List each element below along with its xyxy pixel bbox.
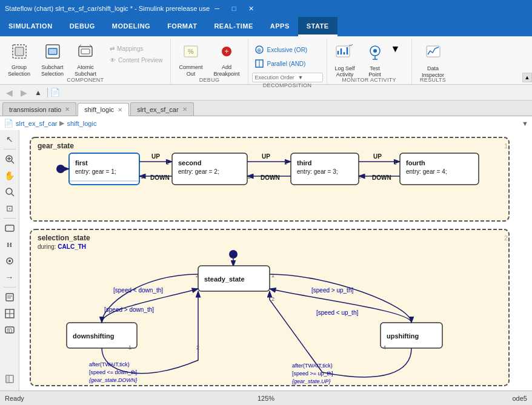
exclusive-or-button[interactable]: ⊕ Exclusive (OR) — [252, 44, 323, 56]
app-title: Stateflow (chart) slrt_ex_sf_car/shift_l… — [5, 5, 210, 12]
group-selection-button[interactable]: GroupSelection — [4, 41, 35, 74]
data-inspector-button[interactable]: DataInspector — [417, 41, 448, 74]
t-num-3: 1 — [284, 160, 287, 166]
svg-point-34 — [8, 260, 11, 262]
third-to-fourth-down-label: DOWN — [372, 174, 391, 181]
menu-simulation[interactable]: SIMULATION — [0, 17, 61, 36]
menu-modeling[interactable]: MODELING — [104, 17, 159, 36]
after-twait-up-1: after(TWAIT,tick) — [292, 363, 333, 369]
svg-rect-1 — [15, 47, 24, 56]
svg-line-31 — [12, 194, 14, 196]
pathbar-sep: ▶ — [59, 119, 64, 127]
tool-select[interactable]: ↖ — [2, 131, 18, 147]
speed-down-th-label: [speed < down_th] — [113, 287, 163, 294]
menubar: SIMULATION DEBUG MODELING FORMAT REAL-TI… — [0, 17, 532, 36]
after-twait-down-2: [speed <= down_th] — [89, 369, 137, 375]
svg-rect-44 — [6, 375, 9, 383]
tool-history-junction[interactable]: H — [2, 237, 18, 252]
tool-state[interactable] — [2, 220, 18, 236]
ribbon-group-results: DataInspector RESULTS — [412, 39, 454, 84]
ribbon-group-decomposition: ⊕ Exclusive (OR) Parallel (AND) Executio… — [248, 39, 327, 84]
tool-pan[interactable]: ✋ — [2, 168, 18, 183]
tab-bar: transmission ratio ✕ shift_logic ✕ slrt_… — [0, 100, 532, 116]
gear-state-label: gear_state — [38, 142, 74, 150]
menu-state[interactable]: STATE — [298, 17, 337, 36]
tool-fit[interactable]: ⊡ — [2, 200, 18, 216]
selection-state-init-dot — [229, 250, 238, 258]
t-num-s1: 2 — [196, 272, 199, 278]
speed-up-th-label: [speed > up_th] — [311, 287, 353, 294]
canvas[interactable]: gear_state 1 selection_state during: CAL… — [19, 130, 532, 390]
menu-debug[interactable]: DEBUG — [61, 17, 104, 36]
pathbar-root-icon: 📄 — [4, 119, 13, 128]
tool-zoom-region[interactable] — [2, 184, 18, 200]
parallel-and-button[interactable]: Parallel (AND) — [252, 58, 323, 70]
menu-format[interactable]: FORMAT — [159, 17, 205, 36]
tab-slrt-ex-sf-car-close[interactable]: ✕ — [182, 106, 187, 113]
exclusive-or-label: Exclusive (OR) — [267, 47, 308, 53]
fourth-state-entry: entry: gear = 4; — [406, 168, 447, 175]
execution-order-dropdown[interactable]: Execution Order ▼ — [252, 73, 323, 82]
tool-note[interactable] — [2, 289, 18, 305]
diagram-canvas[interactable]: gear_state 1 selection_state during: CAL… — [19, 130, 532, 390]
pathbar-slrt[interactable]: slrt_ex_sf_car — [16, 120, 57, 127]
log-self-activity-button[interactable]: Log SelfActivity — [331, 41, 359, 74]
tab-transmission-ratio-close[interactable]: ✕ — [65, 106, 70, 113]
content-preview-label: Content Preview — [118, 57, 162, 64]
window-controls: ─ □ ✕ — [210, 2, 258, 15]
test-point-label: TestPoint — [368, 65, 381, 77]
up-button[interactable]: ▲ — [32, 86, 45, 99]
pathbar-shift-logic[interactable]: shift_logic — [67, 120, 96, 127]
maximize-button[interactable]: □ — [227, 2, 241, 15]
second-to-third-down-label: DOWN — [261, 174, 280, 181]
first-state-entry: entry: gear = 1; — [75, 168, 116, 175]
ribbon-expand-button[interactable]: ▲ — [522, 73, 532, 82]
first-to-second-down-label: DOWN — [150, 174, 170, 181]
mappings-button[interactable]: ⇄ Mappings — [105, 44, 167, 54]
third-state-name: third — [297, 159, 311, 166]
tab-transmission-ratio[interactable]: transmission ratio ✕ — [2, 102, 76, 116]
add-breakpoint-button[interactable]: + AddBreakpoint — [209, 41, 244, 74]
atomic-subchart-button[interactable]: AtomicSubchart — [70, 41, 101, 74]
minimize-button[interactable]: ─ — [210, 2, 224, 15]
steady-state-name: steady_state — [204, 275, 245, 283]
third-state-entry: entry: gear = 3; — [297, 168, 338, 175]
tool-transition[interactable]: → — [2, 269, 18, 285]
second-state-entry: entry: gear = 2; — [178, 168, 219, 175]
selection-state-during-text: during: CALC_TH — [38, 243, 86, 250]
svg-text:⊕: ⊕ — [257, 47, 262, 53]
log-self-activity-label: Log SelfActivity — [335, 65, 355, 77]
svg-text:f(): f() — [7, 328, 12, 334]
component-group-label: COMPONENT — [67, 77, 104, 84]
ribbon-group-component: GroupSelection SubchartSelection AtomicS… — [0, 39, 171, 84]
svg-rect-5 — [81, 49, 90, 54]
speed-lt-up-th-label: [speed < up_th] — [316, 309, 358, 316]
svg-point-30 — [6, 188, 12, 194]
forward-button[interactable]: ▶ — [17, 86, 30, 99]
subchart-selection-button[interactable]: SubchartSelection — [37, 41, 68, 74]
test-point-button[interactable]: TestPoint — [362, 41, 388, 74]
statusbar: Ready 125% ode5 — [0, 390, 532, 405]
comment-out-label: CommentOut — [179, 64, 202, 77]
tab-shift-logic-close[interactable]: ✕ — [118, 107, 122, 113]
tool-zoom-in[interactable] — [2, 151, 18, 167]
tool-simulink-fn[interactable]: f() — [2, 322, 18, 338]
atomic-subchart-label: AtomicSubchart — [75, 64, 96, 77]
speed-gt-down-th-label: [speed > down_th] — [104, 306, 154, 313]
tab-shift-logic[interactable]: shift_logic ✕ — [78, 103, 129, 116]
tool-junction[interactable] — [2, 253, 18, 269]
content-preview-button[interactable]: 👁 Content Preview — [105, 55, 167, 65]
fourth-state-name: fourth — [406, 159, 425, 166]
comment-out-button[interactable]: % CommentOut — [175, 41, 207, 74]
pathbar-dropdown[interactable]: ▼ — [522, 120, 528, 127]
back-button[interactable]: ◀ — [2, 86, 16, 99]
component-small-buttons: ⇄ Mappings 👁 Content Preview — [105, 41, 167, 65]
monitor-expand-arrow[interactable]: ▼ — [391, 41, 401, 54]
gear-state-init-dot — [56, 165, 65, 173]
toggle-sidebar-button[interactable] — [2, 371, 18, 387]
tab-slrt-ex-sf-car[interactable]: slrt_ex_sf_car ✕ — [130, 102, 193, 116]
close-button[interactable]: ✕ — [244, 2, 258, 15]
menu-apps[interactable]: APPS — [262, 17, 298, 36]
tool-truth-table[interactable] — [2, 306, 18, 321]
menu-realtime[interactable]: REAL-TIME — [205, 17, 261, 36]
